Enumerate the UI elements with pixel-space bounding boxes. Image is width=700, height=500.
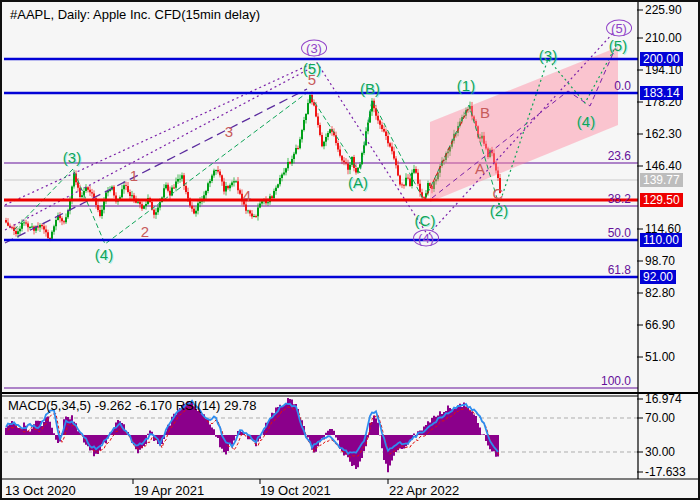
indicator-tick: -17.633 <box>645 465 686 479</box>
price-tick: 98.70 <box>645 254 675 268</box>
wave-label-B: (B) <box>360 80 380 97</box>
price-tick: 210.00 <box>645 31 682 45</box>
indicator-tick: 16.974 <box>645 392 682 406</box>
wave-label-3: (3) <box>539 47 557 64</box>
wave-label-4: (4) <box>577 113 595 130</box>
wave-label-5: (5) <box>609 37 627 54</box>
wave-label-B: B <box>480 104 490 121</box>
wave-label-5: 5 <box>308 71 316 88</box>
wave-label-1: (1) <box>457 77 475 94</box>
wave-label-A: A <box>475 160 485 177</box>
fib-label: 38.2 <box>608 192 631 206</box>
fib-label: 100.0 <box>601 374 631 388</box>
price-badge: 129.50 <box>640 193 683 207</box>
price-badge: 183.14 <box>640 86 683 100</box>
price-badge: 200.00 <box>640 52 683 66</box>
fib-label: 61.8 <box>608 263 631 277</box>
price-tick: 225.90 <box>645 3 682 17</box>
wave-label-4: (4) <box>413 230 439 247</box>
wave-label-2: 2 <box>141 223 149 240</box>
indicator-tick: 70.00 <box>645 411 675 425</box>
wave-label-3: 3 <box>225 123 233 140</box>
indicator-label: MACD(5,34,5) -9.262 -6.170 RSI(14) 29.78 <box>8 398 257 413</box>
wave-label-C: C <box>493 185 504 202</box>
price-tick: 82.80 <box>645 286 675 300</box>
fib-label: 50.0 <box>608 226 631 240</box>
price-tick: 66.90 <box>645 318 675 332</box>
date-label: 22 Apr 2022 <box>389 483 459 498</box>
price-tick: 51.00 <box>645 350 675 364</box>
price-badge: 139.77 <box>640 173 683 187</box>
wave-label-3: (3) <box>63 149 81 166</box>
wave-label-C: (C) <box>415 212 436 229</box>
wave-label-4: 4 <box>243 187 251 204</box>
fib-label: 0.0 <box>614 79 631 93</box>
wave-label-5: (5) <box>606 20 632 37</box>
date-label: 19 Apr 2021 <box>134 483 204 498</box>
chart-title: #AAPL, Daily: Apple Inc. CFD(15min delay… <box>10 7 260 22</box>
date-label: 19 Oct 2021 <box>260 483 331 498</box>
fib-label: 23.6 <box>608 149 631 163</box>
price-tick: 146.40 <box>645 159 682 173</box>
chart-window: #AAPL, Daily: Apple Inc. CFD(15min delay… <box>0 0 700 500</box>
price-tick: 162.30 <box>645 127 682 141</box>
wave-label-2: (2) <box>490 202 508 219</box>
wave-label-A: (A) <box>348 174 368 191</box>
wave-label-4: (4) <box>95 246 113 263</box>
wave-label-3: (3) <box>301 40 327 57</box>
wave-label-1: 1 <box>130 167 138 184</box>
price-badge: 110.00 <box>640 233 682 247</box>
indicator-tick: 30.00 <box>645 445 675 459</box>
price-badge: 92.00 <box>640 270 676 284</box>
date-label: 13 Oct 2020 <box>5 483 76 498</box>
